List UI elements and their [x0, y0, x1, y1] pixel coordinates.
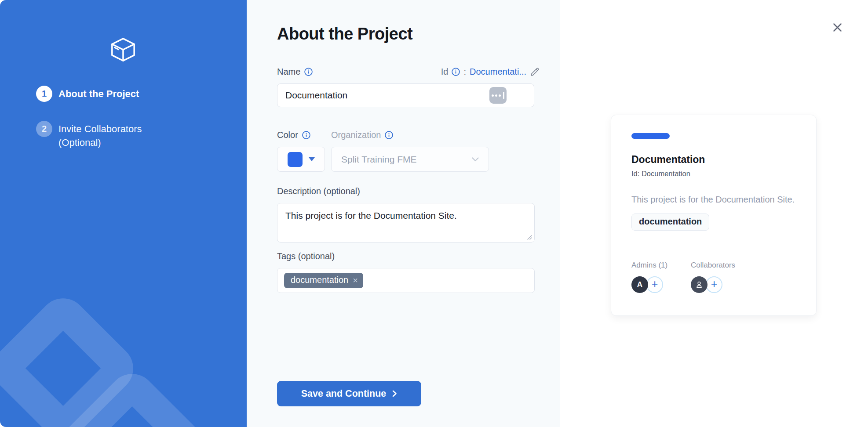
- organization-select[interactable]: Split Training FME: [331, 147, 489, 172]
- step-label-line2: (Optional): [58, 136, 142, 149]
- name-label: Name: [277, 67, 313, 77]
- description-textarea[interactable]: This project is for the Documentation Si…: [277, 203, 535, 242]
- close-icon[interactable]: [828, 18, 846, 36]
- caret-down-icon: [309, 157, 315, 161]
- id-label-text: Id: [441, 67, 449, 77]
- color-label-text: Color: [277, 130, 298, 140]
- preview-panel: Documentation Id: Documentation This pro…: [560, 0, 868, 427]
- project-preview-card: Documentation Id: Documentation This pro…: [611, 115, 817, 316]
- edit-id-pencil-icon[interactable]: [530, 67, 540, 77]
- preview-project-id: Id: Documentation: [631, 170, 796, 178]
- id-info-icon[interactable]: [452, 68, 460, 76]
- chevron-right-icon: [392, 390, 397, 397]
- tag-remove-icon[interactable]: ×: [353, 276, 358, 285]
- sidebar-step-invite-collaborators[interactable]: 2 Invite Collaborators (Optional): [36, 121, 142, 149]
- create-project-modal: 1 About the Project 2 Invite Collaborato…: [0, 0, 868, 427]
- rename-cursor-icon[interactable]: [489, 87, 507, 104]
- chevron-down-icon: [472, 157, 479, 162]
- project-box-icon: [109, 37, 137, 63]
- collaborators-label: Collaborators: [691, 261, 735, 270]
- preview-tag-chip: documentation: [631, 214, 709, 231]
- organization-label-text: Organization: [331, 130, 381, 140]
- id-label: Id: [441, 67, 460, 77]
- color-label: Color: [277, 130, 310, 140]
- description-label: Description (optional): [277, 186, 360, 196]
- admins-label: Admins (1): [631, 261, 667, 270]
- save-button-label: Save and Continue: [301, 388, 387, 399]
- tags-input[interactable]: documentation ×: [277, 268, 535, 293]
- project-id-link[interactable]: Documentati...: [470, 67, 526, 77]
- step-label-line1: Invite Collaborators: [58, 122, 142, 136]
- tag-chip: documentation ×: [284, 273, 363, 288]
- collaborators-avatar-row: +: [691, 276, 735, 293]
- add-collaborator-button[interactable]: +: [706, 276, 722, 293]
- id-separator: :: [463, 67, 466, 77]
- color-picker[interactable]: [277, 147, 325, 172]
- preview-project-title: Documentation: [631, 154, 796, 166]
- step-number-badge: 2: [36, 121, 52, 137]
- step-label: Invite Collaborators (Optional): [58, 121, 142, 149]
- add-admin-button[interactable]: +: [646, 276, 663, 293]
- preview-project-description: This project is for the Documentation Si…: [631, 193, 803, 206]
- collaborator-avatar: [691, 276, 708, 293]
- description-field-wrap: This project is for the Documentation Si…: [277, 203, 535, 242]
- admins-section: Admins (1) A +: [631, 261, 667, 293]
- collaborators-section: Collaborators +: [691, 261, 735, 293]
- save-and-continue-button[interactable]: Save and Continue: [277, 381, 421, 406]
- step-label: About the Project: [58, 86, 139, 102]
- step-number-badge: 1: [36, 86, 52, 102]
- about-project-form: About the Project Name Id : Documentati.…: [247, 0, 560, 427]
- wizard-sidebar: 1 About the Project 2 Invite Collaborato…: [0, 0, 247, 427]
- name-label-text: Name: [277, 67, 300, 77]
- tags-label: Tags (optional): [277, 251, 335, 261]
- organization-selected-value: Split Training FME: [341, 154, 417, 165]
- page-title: About the Project: [277, 25, 412, 43]
- admins-avatar-row: A +: [631, 276, 667, 293]
- tag-chip-text: documentation: [291, 275, 348, 285]
- name-info-icon[interactable]: [304, 68, 313, 76]
- organization-label: Organization: [331, 130, 393, 140]
- color-info-icon[interactable]: [302, 131, 310, 139]
- admin-avatar: A: [631, 276, 648, 293]
- sidebar-step-about-project[interactable]: 1 About the Project: [36, 86, 139, 102]
- project-color-bar: [631, 133, 670, 139]
- project-id-row: Id : Documentati...: [379, 67, 540, 77]
- color-swatch: [288, 152, 303, 167]
- person-icon: [695, 280, 704, 289]
- organization-info-icon[interactable]: [385, 131, 393, 139]
